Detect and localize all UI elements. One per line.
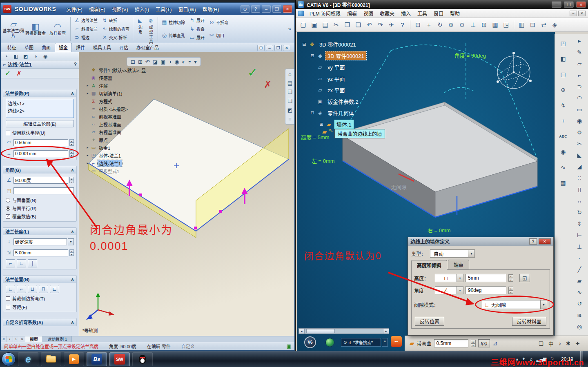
curve-icon[interactable]: ∿ — [558, 162, 569, 172]
height-field[interactable]: 5mm — [466, 274, 506, 282]
restore-button[interactable]: ❐ — [272, 5, 281, 13]
bend-icon[interactable]: ◠ — [574, 93, 585, 103]
hide-show-icon[interactable]: ◉ — [174, 59, 179, 65]
tangent-bend-button[interactable]: ⌡ — [28, 259, 37, 267]
box-icon[interactable]: ◳ — [558, 38, 569, 48]
zoom-in-icon[interactable]: ⊕ — [446, 20, 456, 30]
zoom-fit-icon[interactable]: ⊡ — [131, 59, 135, 65]
tree-item[interactable]: ▸ ▭ 钣金1 — [86, 144, 151, 151]
menu-item[interactable]: PLM 访问权限 — [306, 9, 344, 18]
limit-picker-button[interactable]: ◱ — [519, 274, 530, 282]
new-file-icon[interactable]: ▢ — [298, 20, 308, 30]
doc-restore-icon[interactable]: ❐ — [274, 45, 282, 51]
move-icon[interactable]: + — [558, 116, 569, 126]
help-icon[interactable]: ? — [251, 5, 260, 13]
commandmanager-tab[interactable]: 特征 — [3, 43, 20, 52]
view-palette-icon[interactable]: ❏ — [287, 98, 292, 104]
trim-side-bends-checkbox[interactable] — [6, 296, 10, 301]
offset-checkbox[interactable] — [6, 305, 10, 309]
reference-face-field[interactable] — [13, 187, 74, 194]
menu-item[interactable]: 收藏夹 — [376, 9, 398, 18]
commandmanager-tab[interactable]: 曲面 — [38, 43, 55, 52]
dimxpert-tab-icon[interactable]: ◑ — [31, 53, 40, 60]
sketcher-icon[interactable]: ✎ — [574, 47, 585, 57]
dropdown-arrow-icon[interactable]: ▾ — [468, 250, 474, 257]
hem-button[interactable]: ⊃ 褶边 — [73, 33, 98, 42]
flatten-button[interactable]: ▭ 展开 — [188, 33, 205, 42]
minimize-button[interactable]: – — [552, 1, 561, 8]
lightning-icon[interactable]: ↯ — [558, 100, 569, 110]
appearances-icon[interactable]: ◩ — [287, 107, 292, 113]
featuremanager-tab-icon[interactable]: ◔ — [2, 53, 11, 60]
commandmanager-tab[interactable]: 草图 — [20, 43, 38, 52]
commandmanager-tab[interactable]: 模具工具 — [89, 43, 115, 52]
cancel-button[interactable]: ✗ — [16, 70, 22, 77]
jog-button[interactable]: ↯ 转折 — [101, 16, 130, 24]
horizontal-scrollbar[interactable]: ◂ ▸ — [298, 328, 389, 334]
planet-icon[interactable] — [325, 338, 334, 347]
catalog-icon[interactable]: ▥ — [517, 20, 527, 30]
menu-item[interactable]: 插入(I) — [132, 4, 152, 14]
normal-to-face-radio[interactable] — [6, 198, 10, 202]
pattern-icon[interactable]: ∷ — [574, 173, 585, 183]
collapse-chevron-icon[interactable]: ∧ — [71, 320, 74, 325]
cascade-icon[interactable]: ⊟ — [257, 45, 265, 51]
angle-spinner[interactable]: ▴▾ — [69, 177, 74, 183]
corners-button[interactable]: ◣ 边角 — [135, 16, 145, 42]
menu-item[interactable]: 工具 — [414, 9, 430, 18]
menu-item[interactable]: 窗口 — [430, 9, 447, 18]
bend-radius-field[interactable]: 0.5mm — [434, 339, 468, 347]
dialog-close-icon[interactable]: ✕ — [539, 238, 551, 245]
start-button[interactable] — [2, 352, 16, 366]
plane-icon[interactable]: ▰ — [574, 276, 585, 286]
tree-item[interactable]: ▱ yz 平面 — [310, 73, 366, 84]
menu-item[interactable]: 窗口(W) — [175, 4, 198, 14]
mirror-icon[interactable]: ▯ — [574, 185, 585, 194]
menu-item[interactable]: 帮助(H) — [200, 4, 222, 14]
ribbon-overflow-button[interactable]: » — [287, 26, 293, 32]
line-icon[interactable]: ╱ — [574, 265, 585, 274]
scroll-thumb[interactable] — [306, 329, 335, 333]
tree-item[interactable]: ▱ 右视基准面 — [86, 128, 151, 136]
tree-item[interactable]: ▱ 前视基准面 — [86, 113, 151, 120]
base-flange-button[interactable]: ▱ 基本法兰/薄片 — [2, 16, 24, 42]
convert-to-sheetmetal-button[interactable]: ◧ 转换到钣金 — [24, 16, 47, 42]
scale-icon[interactable]: ⇕ — [574, 219, 585, 229]
angle-type-dropdown[interactable]: ∠ ▾ — [435, 286, 463, 294]
v6-badge-icon[interactable]: V6 — [304, 336, 316, 348]
prev-tab-icon[interactable]: ‹ — [7, 336, 13, 342]
bend-outside-button[interactable]: ⊔ — [28, 285, 37, 293]
scroll-right-icon[interactable]: ▸ — [383, 329, 389, 334]
menu-item[interactable]: 插入 — [398, 9, 414, 18]
confirm-ok-icon[interactable]: ✓ — [247, 65, 258, 80]
scroll-left-icon[interactable]: ◂ — [299, 329, 305, 334]
dialog-tab[interactable]: 高度和倾斜 — [411, 260, 447, 270]
close-button[interactable]: ✕ — [283, 5, 292, 13]
menu-item[interactable]: 编辑 — [344, 9, 360, 18]
tree-item[interactable]: ≡ 材质 <未指定> — [86, 105, 151, 113]
sheet-icon[interactable]: ⊟ — [528, 20, 538, 30]
translate-icon[interactable]: ↔ — [574, 196, 585, 206]
next-tab-icon[interactable]: › — [13, 336, 19, 342]
commandmanager-tab[interactable]: 焊件 — [72, 43, 89, 52]
angle-field[interactable]: 90deg — [466, 286, 506, 294]
tree-item[interactable]: ▱ zx 平面 — [310, 84, 366, 96]
solidworks-viewport[interactable]: ⊡⊞↶◪▣◑◉◐◓▾ ✓ ✗ ❖ 零件1 (默认<<默认>_显... — [79, 52, 294, 336]
unfold-icon[interactable]: ▭ — [574, 105, 585, 114]
bend-radius-spinner[interactable]: ▴▾ — [471, 340, 476, 347]
isometric-icon[interactable]: ◳ — [501, 20, 511, 30]
collapse-chevron-icon[interactable]: ∧ — [71, 277, 74, 282]
menu-item[interactable]: 帮助 — [447, 9, 463, 18]
commandmanager-tab[interactable]: 钣金 — [55, 43, 72, 52]
depth-field[interactable]: 5.00mm — [13, 249, 68, 256]
whats-this-icon[interactable]: ? — [397, 20, 408, 30]
point-icon[interactable]: ∙ — [574, 253, 585, 263]
grid-icon[interactable]: ▦ — [490, 20, 500, 30]
search-text[interactable]: rt: *准备搜索* — [348, 339, 372, 345]
bend-radius-field[interactable]: 0.50mm — [13, 139, 68, 146]
dropdown-arrow-icon[interactable]: ▾ — [457, 287, 463, 294]
cut-icon[interactable]: ✂ — [331, 20, 341, 30]
parallel-to-face-radio[interactable] — [6, 206, 10, 211]
document-tab[interactable]: 模型 — [25, 336, 43, 342]
formula-button[interactable]: f(x) — [478, 339, 490, 347]
